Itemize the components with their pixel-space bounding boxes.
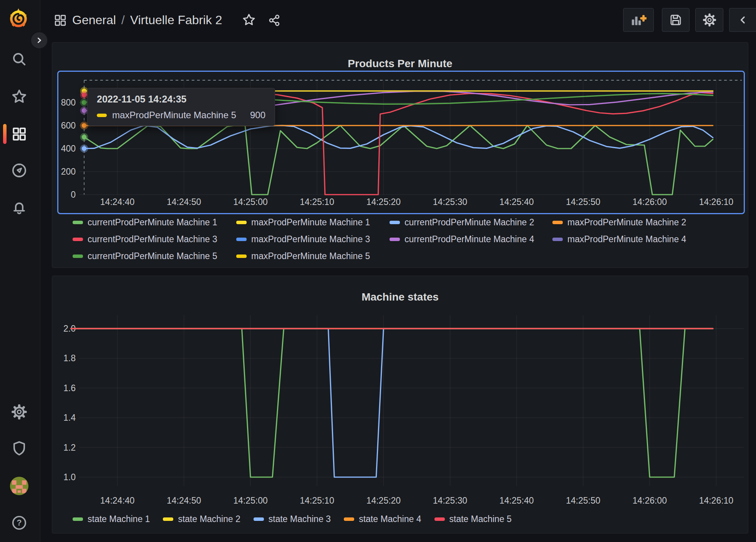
y-tick-label: 800: [61, 97, 76, 107]
legend-swatch: [73, 221, 83, 224]
shield-icon: [11, 440, 27, 456]
sidebar-item-explore[interactable]: [10, 161, 29, 180]
search-icon: [11, 51, 27, 67]
sidebar-item-starred[interactable]: [10, 87, 29, 106]
legend-label: maxProdPerMinute Machine 5: [251, 251, 370, 261]
tooltip-timestamp: 2022-11-05 14:24:35: [97, 94, 265, 105]
y-tick-label: 400: [61, 144, 76, 154]
x-tick-label: 14:25:10: [300, 496, 334, 506]
series-currentProdPerMinute-Machine-1: [84, 126, 713, 195]
legend-label: maxProdPerMinute Machine 2: [567, 217, 686, 228]
legend-label: state Machine 5: [449, 514, 512, 524]
legend-label: state Machine 3: [269, 514, 331, 524]
chart-legend: currentProdPerMinute Machine 1maxProdPer…: [73, 214, 686, 264]
x-tick-label: 14:25:40: [499, 197, 534, 207]
chart-tooltip: 2022-11-05 14:24:35 maxProdPerMinute Mac…: [87, 88, 275, 126]
sidebar-item-dashboards[interactable]: [10, 124, 29, 144]
y-tick-label: 0: [71, 190, 76, 200]
hover-marker: [82, 123, 86, 128]
x-tick-label: 14:25:50: [566, 197, 600, 207]
legend-item-maxProdPerMinute-Machine-1[interactable]: maxProdPerMinute Machine 1: [236, 217, 390, 228]
legend-item-currentProdPerMinute-Machine-4[interactable]: currentProdPerMinute Machine 4: [390, 234, 552, 245]
sidebar-expand-button[interactable]: [30, 31, 48, 50]
sidebar-item-help[interactable]: ?: [10, 513, 29, 532]
legend-item-state-Machine-2[interactable]: state Machine 2: [163, 514, 240, 524]
sidebar-item-server-admin[interactable]: [10, 439, 29, 458]
tooltip-series-swatch: [97, 114, 107, 117]
x-tick-label: 14:25:00: [233, 197, 268, 207]
y-tick-label: 1.4: [63, 413, 76, 423]
x-tick-label: 14:25:30: [433, 496, 468, 506]
legend-item-currentProdPerMinute-Machine-1[interactable]: currentProdPerMinute Machine 1: [73, 217, 236, 228]
tooltip-series-value: 900: [250, 110, 265, 121]
hover-marker: [82, 146, 86, 151]
legend-item-maxProdPerMinute-Machine-2[interactable]: maxProdPerMinute Machine 2: [552, 217, 686, 228]
legend-item-state-Machine-3[interactable]: state Machine 3: [254, 514, 331, 524]
legend-label: currentProdPerMinute Machine 4: [405, 234, 534, 245]
legend-swatch: [236, 238, 247, 241]
legend-item-maxProdPerMinute-Machine-4[interactable]: maxProdPerMinute Machine 4: [552, 234, 686, 245]
x-tick-label: 14:25:40: [499, 496, 534, 506]
grafana-dashboard: ? General / Virtuelle Fabrik 2: [0, 0, 756, 542]
legend-swatch: [254, 517, 264, 521]
legend-swatch: [73, 517, 83, 521]
hover-marker: [82, 108, 86, 113]
share-dashboard-button[interactable]: [268, 14, 281, 27]
hover-marker: [82, 93, 86, 97]
x-tick-label: 14:25:50: [566, 496, 600, 506]
legend-swatch: [552, 221, 563, 224]
legend-item-state-Machine-4[interactable]: state Machine 4: [344, 514, 421, 524]
legend-label: currentProdPerMinute Machine 5: [88, 251, 217, 261]
hover-marker: [82, 100, 86, 105]
x-tick-label: 14:25:20: [366, 496, 401, 506]
star-dashboard-button[interactable]: [242, 13, 256, 27]
x-tick-label: 14:26:00: [632, 496, 667, 506]
chevron-right-icon: [35, 36, 44, 45]
legend-item-currentProdPerMinute-Machine-5[interactable]: currentProdPerMinute Machine 5: [73, 251, 236, 261]
legend-label: currentProdPerMinute Machine 3: [88, 234, 217, 245]
sidebar-item-alerting[interactable]: [10, 198, 29, 217]
avatar-image: [10, 477, 28, 495]
compass-icon: [11, 162, 28, 179]
svg-text:?: ?: [17, 518, 22, 527]
legend-swatch: [344, 517, 354, 521]
legend-swatch: [434, 517, 445, 521]
sidebar-item-search[interactable]: [10, 50, 29, 69]
panel-products-per-minute: Products Per Minute 14:24:4014:24:5014:2…: [52, 42, 748, 268]
grafana-logo-icon[interactable]: [8, 8, 29, 29]
tooltip-series-label: maxProdPerMinute Machine 5: [112, 110, 236, 121]
legend-swatch: [236, 221, 247, 224]
y-tick-label: 1.0: [63, 472, 76, 482]
x-tick-label: 14:26:00: [632, 197, 667, 207]
legend-item-state-Machine-1[interactable]: state Machine 1: [73, 514, 150, 524]
legend-item-maxProdPerMinute-Machine-3[interactable]: maxProdPerMinute Machine 3: [236, 234, 390, 245]
x-tick-label: 14:25:10: [300, 197, 334, 207]
sidebar: ?: [0, 0, 40, 542]
legend-label: state Machine 4: [359, 514, 421, 524]
user-avatar[interactable]: [10, 476, 29, 496]
collapse-panel-button[interactable]: [729, 8, 756, 32]
machine-states-chart[interactable]: 14:24:4014:24:5014:25:0014:25:1014:25:20…: [52, 276, 749, 534]
sidebar-item-configuration[interactable]: [10, 402, 29, 421]
series-state-Machine-1: [71, 329, 713, 477]
x-tick-label: 14:24:50: [167, 496, 201, 506]
legend-swatch: [552, 238, 563, 241]
series-state-Machine-3: [71, 329, 713, 477]
legend-item-currentProdPerMinute-Machine-3[interactable]: currentProdPerMinute Machine 3: [73, 234, 236, 245]
save-dashboard-button[interactable]: [662, 8, 690, 32]
legend-swatch: [236, 254, 247, 258]
header: General / Virtuelle Fabrik 2: [40, 0, 756, 40]
legend-item-state-Machine-5[interactable]: state Machine 5: [434, 514, 512, 524]
breadcrumb-separator: /: [121, 13, 125, 27]
add-panel-icon: [630, 13, 647, 27]
x-tick-label: 14:24:40: [100, 197, 135, 207]
x-tick-label: 14:25:30: [433, 197, 468, 207]
add-panel-button[interactable]: [623, 8, 654, 32]
legend-swatch: [390, 238, 400, 241]
gear-icon: [702, 13, 717, 27]
breadcrumb-section[interactable]: General: [72, 13, 116, 27]
legend-item-currentProdPerMinute-Machine-2[interactable]: currentProdPerMinute Machine 2: [390, 217, 552, 228]
x-tick-label: 14:26:10: [699, 197, 734, 207]
dashboard-settings-button[interactable]: [695, 8, 723, 32]
legend-item-maxProdPerMinute-Machine-5[interactable]: maxProdPerMinute Machine 5: [236, 251, 390, 261]
